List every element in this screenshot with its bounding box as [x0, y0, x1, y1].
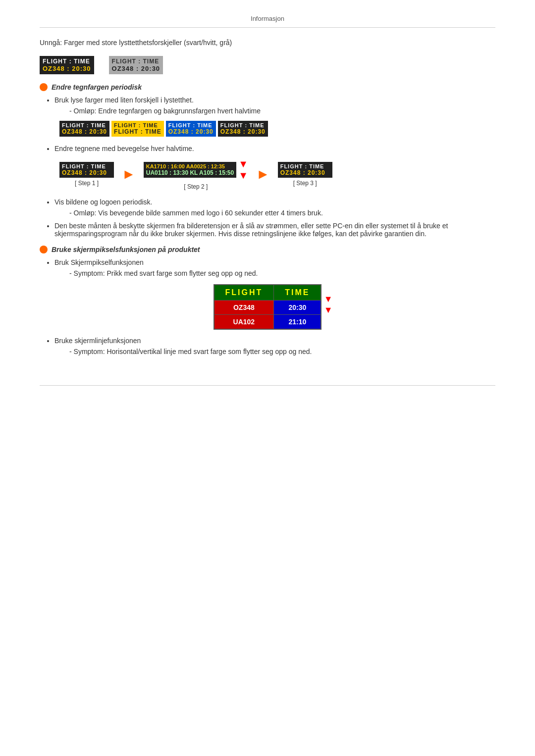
flight-box-gray-row2: OZ348 : 20:30: [112, 65, 160, 72]
flight-box-dark: FLIGHT : TIME OZ348 : 20:30: [40, 56, 94, 74]
pixel-table-row1: OZ348 20:30: [214, 301, 321, 315]
pixel-row1-val: 20:30: [274, 301, 321, 315]
section2-list2: Bruk Skjermpikselfunksjonen: [40, 258, 495, 266]
section1-bullet3: Vis bildene og logoen periodisk.: [54, 198, 495, 206]
flight-box-gray: FLIGHT : TIME OZ348 : 20:30: [109, 56, 163, 74]
page-container: Informasjon Unngå: Farger med store lyst…: [0, 0, 535, 420]
move-step1-container: FLIGHT : TIME OZ348 : 20:30 [ Step 1 ]: [59, 162, 114, 187]
intro-section: Unngå: Farger med store lysttetthetsfors…: [40, 38, 495, 48]
section2-protect-bullet: Den beste månten å beskytte skjermen fra…: [54, 222, 495, 238]
section1-list3: Vis bildene og logoen periodisk.: [40, 198, 495, 206]
cycle-box-4: FLIGHT : TIME OZ348 : 20:30: [218, 121, 268, 137]
orange-circle-icon: [40, 83, 48, 91]
step2-label: [ Step 2 ]: [184, 183, 208, 190]
section2-title-text: Bruke skjermpikselsfunksjonen på produkt…: [52, 246, 200, 253]
step3-label: [ Step 3 ]: [293, 180, 317, 187]
pixel-demo-container: FLIGHT TIME OZ348 20:30 UA102 21:10 ▼▼: [214, 284, 322, 330]
flight-demo-row: FLIGHT : TIME OZ348 : 20:30 FLIGHT : TIM…: [40, 56, 495, 74]
pixel-demo-wrapper: FLIGHT TIME OZ348 20:30 UA102 21:10 ▼▼: [40, 284, 495, 330]
pixel-table-row2: UA102 21:10: [214, 315, 321, 330]
cycle-box-1-r1: FLIGHT : TIME: [62, 122, 107, 128]
section1-title: Endre tegnfargen periodisk: [40, 83, 495, 91]
section2-list1: Den beste månten å beskytte skjermen fra…: [40, 222, 495, 238]
arrow-right-icon-2: ►: [256, 166, 270, 182]
move-box-step1-r2: OZ348 : 20:30: [62, 169, 111, 176]
section2-list3: Bruke skjermlinjefunksjonen: [40, 337, 495, 345]
cycle-box-2-r1: FLIGHT : TIME: [114, 122, 161, 128]
cycle-box-1-r2: OZ348 : 20:30: [62, 128, 107, 135]
section1-list: Bruk lyse farger med liten forskjell i l…: [40, 96, 495, 104]
move-box-step2-r2: UA0110 : 13:30 KL A105 : 15:50: [146, 169, 234, 176]
flight-box-dark-row2: OZ348 : 20:30: [43, 65, 91, 72]
move-box-step3-r1: FLIGHT : TIME: [280, 163, 330, 169]
section1-sub3: - Omløp: Vis bevegende bilde sammen med …: [69, 209, 495, 217]
cycle-box-2: FLIGHT : TIME FLIGHT : TIME: [111, 121, 164, 137]
move-box-step2-r1: KA1710 : 16:00 AA0025 : 12:35: [146, 163, 234, 169]
pixel-table-header-row: FLIGHT TIME: [214, 285, 321, 301]
section2-title: Bruke skjermpikselsfunksjonen på produkt…: [40, 246, 495, 253]
move-box-step2: KA1710 : 16:00 AA0025 : 12:35 UA0110 : 1…: [144, 162, 236, 178]
section1-sub1: - Omløp: Endre tegnfargen og bakgrunnsfa…: [69, 107, 495, 115]
move-box-step3: FLIGHT : TIME OZ348 : 20:30: [278, 162, 332, 178]
pixel-down-arrows-icon: ▼▼: [324, 294, 333, 315]
section1-bullet1: Bruk lyse farger med liten forskjell i l…: [54, 96, 495, 104]
page-header: Informasjon: [40, 15, 495, 28]
flight-box-dark-row1: FLIGHT : TIME: [43, 58, 91, 65]
header-title: Informasjon: [251, 15, 284, 22]
section1-title-text: Endre tegnfargen periodisk: [52, 83, 142, 91]
move-box-step1: FLIGHT : TIME OZ348 : 20:30: [59, 162, 114, 178]
page-footer: [40, 385, 495, 391]
move-step3-container: FLIGHT : TIME OZ348 : 20:30 [ Step 3 ]: [278, 162, 332, 187]
cycle-box-2-r2: FLIGHT : TIME: [114, 128, 161, 135]
avoid-text: Unngå: Farger med store lysttetthetsfors…: [40, 38, 495, 48]
section1-list2: Endre tegnene med bevegelse hver halvtim…: [40, 145, 495, 152]
cycle-box-1: FLIGHT : TIME OZ348 : 20:30: [59, 121, 109, 137]
section2-bullet4: Bruk Skjermpikselfunksjonen: [54, 258, 495, 266]
pixel-table: FLIGHT TIME OZ348 20:30 UA102 21:10: [214, 284, 322, 330]
section2-bullet5: Bruke skjermlinjefunksjonen: [54, 337, 495, 345]
move-box-step3-r2: OZ348 : 20:30: [280, 169, 330, 176]
cycle-box-3: FLIGHT : TIME OZ348 : 20:30: [166, 121, 216, 137]
section2-sub4: - Symptom: Prikk med svart farge som fly…: [69, 269, 495, 277]
section1-bullet2: Endre tegnene med bevegelse hver halvtim…: [54, 145, 495, 152]
down-arrow-icon: ▼▼: [238, 158, 248, 181]
cycle-box-3-r2: OZ348 : 20:30: [168, 128, 214, 135]
cycle-box-4-r2: OZ348 : 20:30: [220, 128, 266, 135]
flight-box-gray-row1: FLIGHT : TIME: [112, 58, 160, 65]
pixel-header-flight: FLIGHT: [214, 285, 274, 301]
step1-label: [ Step 1 ]: [75, 180, 99, 187]
cycle-box-4-r1: FLIGHT : TIME: [220, 122, 266, 128]
arrow-right-icon-1: ►: [122, 166, 136, 182]
pixel-row2-val: 21:10: [274, 315, 321, 330]
move-demo-row: FLIGHT : TIME OZ348 : 20:30 [ Step 1 ] ►…: [59, 158, 495, 190]
move-step2-container: KA1710 : 16:00 AA0025 : 12:35 UA0110 : 1…: [144, 158, 248, 190]
section2-sub5: - Symptom: Horisontal/vertikal linje med…: [69, 348, 495, 355]
pixel-row1-label: OZ348: [214, 301, 274, 315]
pixel-header-time: TIME: [274, 285, 321, 301]
move-box-step1-r1: FLIGHT : TIME: [62, 163, 111, 169]
step2-wrapper: KA1710 : 16:00 AA0025 : 12:35 UA0110 : 1…: [144, 158, 248, 181]
cycle-box-3-r1: FLIGHT : TIME: [168, 122, 214, 128]
color-cycle-row: FLIGHT : TIME OZ348 : 20:30 FLIGHT : TIM…: [59, 121, 495, 137]
pixel-row2-label: UA102: [214, 315, 274, 330]
orange-circle-icon-2: [40, 246, 48, 253]
